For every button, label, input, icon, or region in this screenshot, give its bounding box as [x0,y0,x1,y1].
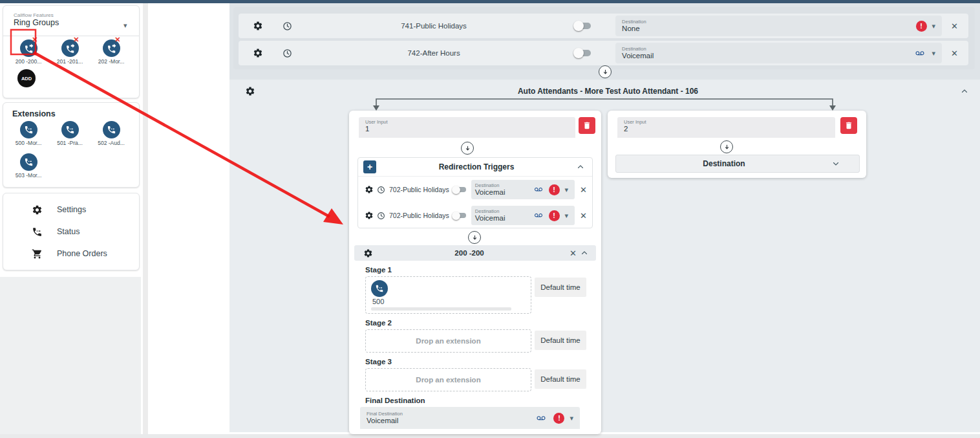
collapse-icon[interactable] [581,249,588,257]
extension-icon[interactable] [20,121,37,138]
connector-down-icon[interactable] [720,140,733,153]
add-trigger-button[interactable]: + [363,160,376,173]
destination-select[interactable]: Destination None ! ▾ [615,16,942,36]
extension-label: 502 -Aud... [91,140,131,146]
delete-x-icon[interactable]: ✕ [32,36,37,44]
voicemail-icon [532,186,545,193]
stage2-dropzone[interactable]: Drop an extension [365,329,531,353]
extension-icon[interactable] [61,121,79,138]
default-time-button[interactable]: Default time [535,369,586,389]
default-time-button[interactable]: Default time [535,278,586,297]
trigger-toggle[interactable] [575,23,591,29]
destination-expander[interactable]: Destination [615,155,860,173]
extension-icon[interactable] [371,280,388,297]
user-input-field[interactable]: User Input 2 [617,117,835,138]
extension-icon[interactable] [20,153,37,171]
add-button[interactable]: ADD [17,69,36,87]
clock-icon[interactable] [282,49,292,58]
ring-group-item-202[interactable]: ✕ 202 -Mor... [91,39,131,65]
extension-label: 500 -Mor... [8,140,48,146]
dropdown-caret-icon[interactable]: ▾ [932,49,936,58]
dropdown-caret-icon[interactable]: ▾ [565,212,569,220]
delete-user-input-button[interactable] [840,117,857,134]
main-canvas: 741-Public Holidays Destination None ! ▾… [229,3,980,432]
close-icon[interactable]: ✕ [580,211,587,221]
connector-down-icon[interactable] [461,142,474,155]
delete-x-icon[interactable]: ✕ [114,36,120,44]
redirection-toggle[interactable] [453,187,466,192]
branch-connector [229,80,980,118]
ring-group-icon[interactable]: ✕ [20,39,37,57]
gear-icon[interactable] [363,248,373,258]
connector-down-icon[interactable] [599,65,612,78]
stage1-dropzone[interactable]: 500 [365,276,531,314]
clock-icon[interactable] [377,186,385,194]
voicemail-icon [913,49,927,58]
clock-icon[interactable] [282,21,292,31]
extension-item-501[interactable]: 501 -Pra... [50,121,90,146]
error-icon: ! [553,413,564,424]
final-destination-section-label: Final Destination [365,397,425,404]
redirection-row: 702-Public Holidays Destination Voicemai… [362,203,588,228]
ring-group-item-201[interactable]: ✕ 201 -201... [50,39,90,65]
user-input-label: User Input [365,119,575,125]
destination-select[interactable]: Destination Voicemai ! ▾ [471,180,575,199]
user-input-label: User Input [624,119,835,125]
gear-icon[interactable] [365,185,374,194]
gear-icon[interactable] [253,48,263,58]
dropdown-caret-icon[interactable]: ▾ [932,22,936,30]
ring-group-icon[interactable]: ✕ [61,39,79,57]
gear-icon[interactable] [365,211,374,220]
close-icon[interactable]: ✕ [951,21,958,31]
stage-label: Stage 2 [365,319,392,327]
clock-icon[interactable] [377,212,385,220]
trigger-name: 742-After Hours [292,49,575,57]
menu-label: Status [57,227,80,236]
ring-group-item-200[interactable]: ✕ 200 -200... [8,39,48,65]
final-destination-value: Voicemail [367,417,534,425]
destination-select[interactable]: Destination Voicemail ▾ [615,43,942,63]
dropdown-caret-icon[interactable]: ▾ [565,186,569,194]
dropdown-caret-icon[interactable]: ▾ [570,414,573,422]
feature-select[interactable]: Callflow Features Ring Groups [14,12,59,27]
user-input-card-2: User Input 2 Destination [608,111,866,178]
collapse-icon[interactable] [577,163,584,171]
user-input-value: 1 [365,125,575,133]
phone-status-icon [32,226,43,237]
sidebar-item-status[interactable]: Status [3,221,139,243]
stage3-dropzone[interactable]: Drop an extension [365,368,531,391]
close-icon[interactable]: ✕ [580,185,587,195]
final-destination-label: Final Destination [367,411,534,417]
extension-icon[interactable] [103,121,120,138]
default-time-button[interactable]: Default time [535,331,586,350]
redirection-toggle[interactable] [453,213,466,218]
ring-group-icon[interactable]: ✕ [103,39,120,57]
trigger-toggle[interactable] [575,50,591,56]
expand-icon[interactable] [832,160,840,168]
sidebar-item-phone-orders[interactable]: Phone Orders [3,243,139,265]
callflow-features-card: Callflow Features Ring Groups ▾ ✕ 200 -2… [3,5,140,98]
final-destination-select[interactable]: Final Destination Voicemail ! ▾ [360,407,580,429]
extension-item-502[interactable]: 502 -Aud... [91,121,131,146]
stage1-extension-number: 500 [372,298,531,305]
ring-group-label: 201 -201... [50,58,90,65]
connector-down-icon[interactable] [468,231,481,244]
app-window: Callflow Features Ring Groups ▾ ✕ 200 -2… [0,0,980,438]
voicemail-icon [532,212,545,219]
ring-group-label: 202 -Mor... [91,58,131,65]
feature-select-caret-icon[interactable]: ▾ [123,21,127,30]
user-input-field[interactable]: User Input 1 [359,117,575,138]
close-icon[interactable]: ✕ [951,49,958,58]
ring-time-slider[interactable] [371,307,511,311]
extension-item-503[interactable]: 503 -Mor... [8,153,48,179]
destination-select[interactable]: Destination Voicemai ! ▾ [471,206,575,225]
gear-icon[interactable] [253,21,263,31]
dropzone-placeholder: Drop an extension [416,337,480,345]
gear-icon [32,204,43,215]
sidebar-item-settings[interactable]: Settings [3,199,139,221]
sidebar-scrollbar[interactable] [143,3,148,434]
extension-item-500[interactable]: 500 -Mor... [8,121,48,146]
close-icon[interactable]: ✕ [570,248,577,258]
delete-user-input-button[interactable] [579,117,595,134]
delete-x-icon[interactable]: ✕ [73,36,79,44]
